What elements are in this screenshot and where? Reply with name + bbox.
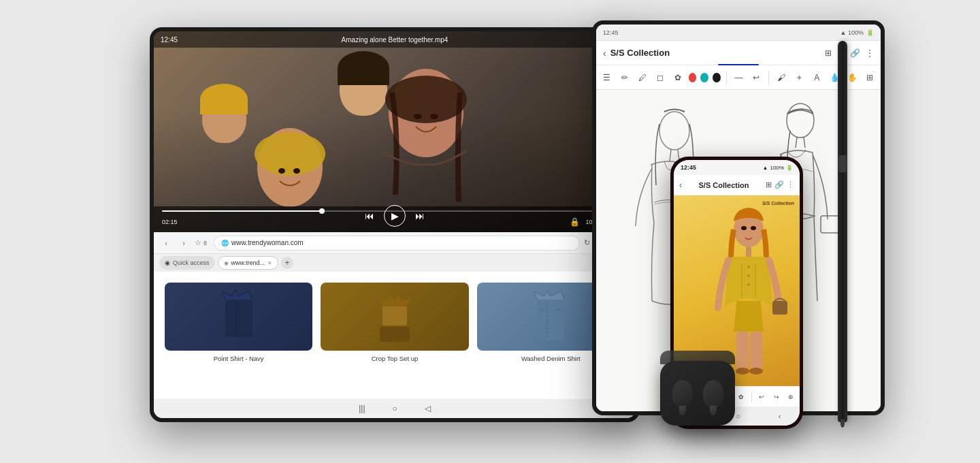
video-time: 12:45 [161,36,178,44]
prev-button[interactable]: ⏮ [365,210,374,221]
svg-point-3 [430,114,438,119]
toolbar-divider-2 [768,71,769,84]
svg-rect-11 [380,327,410,342]
svg-point-5 [255,132,325,176]
note-more-icon[interactable]: ⋮ [866,48,874,58]
earbuds-case [657,351,738,426]
video-people-svg [154,31,636,232]
refresh-icon[interactable]: ↻ [584,238,590,247]
recent-apps-icon[interactable]: ||| [359,404,365,413]
browser-nav-bar: ‹ › ☆ 8 🌐 www.trendywoman.com ↻ ⌂ ★ ⧉ [154,232,636,254]
note-top-icons: ⊞ ▣ 🔗 ⋮ [825,48,874,58]
phone-attach-icon[interactable]: 🔗 [774,180,784,189]
highlight-tool[interactable]: 🖌 [774,69,788,86]
lasso-tool[interactable]: ⌖ [792,69,806,86]
color-teal[interactable] [700,73,708,82]
svg-line-17 [670,150,671,161]
url-bar[interactable]: 🌐 www.trendywoman.com [214,236,580,251]
battery-icon: 🔋 [866,29,874,36]
product-card-1: Point Shirt - Navy [165,283,312,388]
next-button[interactable]: ⏭ [415,210,425,221]
close-tab-button[interactable]: ✕ [267,260,272,266]
undo-tool[interactable]: ↩ [749,69,763,86]
svg-point-6 [278,168,285,174]
brush-tool[interactable]: 🖊 [636,69,649,86]
crop-top-bg [321,283,468,351]
hand-tool[interactable]: ✋ [845,69,859,86]
phone-status-bar: 12:45 ▲ 100% 🔋 [674,160,800,175]
phone-back-button[interactable]: ‹ [679,180,682,190]
video-controls: 02:15 ⏮ ▶ ⏭ 🔒 10:51 ⚙ ⛶ [154,206,636,232]
text-size-tool[interactable]: A [810,69,823,86]
product-name-2: Crop Top Set up [321,355,468,362]
bookmark-icon[interactable]: ☆ [195,238,201,247]
phone-toolbar-divider [751,392,752,402]
phone-back-icon[interactable]: ‹ [779,412,781,420]
svg-point-16 [659,112,689,150]
color-red[interactable] [689,73,697,82]
svg-rect-10 [382,306,407,325]
video-progress-fill [162,210,325,212]
navy-shirt-bg [165,283,312,351]
svg-point-25 [751,226,756,230]
playback-controls: ⏮ ▶ ⏭ [365,205,425,227]
s-pen-button [838,155,847,172]
svg-line-20 [796,138,797,148]
eraser-tool[interactable]: ◻ [653,69,667,86]
browser-tabs: ◉ Quick access ◉ www.trend... ✕ + [154,254,636,272]
svg-point-7 [293,168,300,174]
home-nav-icon[interactable]: ○ [393,404,397,413]
grid-tool[interactable]: ⊞ [863,69,877,86]
active-tab-indicator [718,64,759,65]
earbud-left [672,380,693,407]
tab-url-label: www.trend... [231,259,265,266]
tab-favicon: ◉ [224,260,229,266]
product-card-2: Crop Top Set up [321,283,468,388]
active-tab[interactable]: ◉ www.trend... ✕ [218,256,279,270]
phone-status-icons: ▲ 100% 🔋 [763,165,793,171]
lock-icon: 🔒 [570,217,580,227]
product-name-1: Point Shirt - Navy [165,355,312,362]
phone-layout-icon[interactable]: ⊞ [766,180,772,189]
attach-icon[interactable]: 🔗 [850,48,860,58]
url-prefix: 🌐 [221,240,229,246]
text-tool[interactable]: ☰ [600,69,614,86]
svg-rect-26 [746,247,751,257]
line-tool[interactable]: — [732,69,746,86]
svg-rect-31 [772,301,787,315]
note-back-button[interactable]: ‹ [603,48,606,59]
wifi-icon: ▲ 100% [840,29,864,36]
pen-tool[interactable]: ✏ [618,69,632,86]
new-tab-button[interactable]: + [281,257,293,269]
case-body [660,361,735,426]
play-pause-button[interactable]: ▶ [384,205,406,227]
scene: 12:45 Amazing alone Better together.mp4 … [116,20,864,443]
phone-battery-icon: 🔋 [786,165,793,171]
elapsed-time: 02:15 [162,219,178,225]
toolbar-divider-1 [726,71,727,84]
svg-point-36 [747,283,750,286]
phone-more-tools-icon[interactable]: ⊕ [785,391,797,403]
phone-title-bar: ‹ S/S Collection ⊞ 🔗 ⋮ [674,175,800,195]
phone-undo-icon[interactable]: ↩ [755,391,768,403]
foldable-tablet: 12:45 Amazing alone Better together.mp4 … [150,27,640,422]
url-text: www.trendywoman.com [231,239,304,246]
svg-rect-28 [750,332,762,369]
phone-battery-text: 100% [770,165,784,171]
note-status-time: 12:45 [603,29,619,36]
back-nav-icon[interactable]: ◁ [425,404,431,413]
quick-access-tab[interactable]: ◉ Quick access [159,256,215,270]
crop-svg [374,286,415,347]
phone-more-icon[interactable]: ⋮ [787,180,794,189]
earbud-right [703,380,723,407]
layout-icon[interactable]: ⊞ [825,48,832,58]
shape-tool[interactable]: ✿ [671,69,685,86]
back-button[interactable]: ‹ [159,236,173,250]
forward-button[interactable]: › [177,236,191,250]
phone-redo-icon[interactable]: ↪ [770,391,783,403]
svg-line-21 [804,138,805,148]
color-black[interactable] [713,73,721,82]
browser-panel: ‹ › ☆ 8 🌐 www.trendywoman.com ↻ ⌂ ★ ⧉ [154,232,636,399]
quick-access-label: Quick access [173,259,210,266]
s-pen [838,41,847,422]
